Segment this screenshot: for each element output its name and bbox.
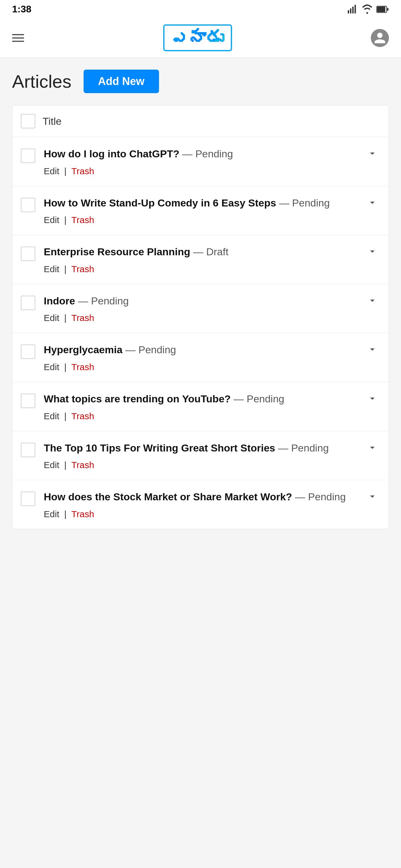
- article-content-6: What topics are trending on YouTube? — P…: [44, 392, 380, 421]
- wifi-icon: [362, 4, 373, 15]
- article-status-7: — Pending: [278, 442, 328, 454]
- signal-icon: [347, 4, 358, 15]
- svg-rect-6: [387, 8, 389, 10]
- article-checkbox-2[interactable]: [21, 198, 35, 212]
- article-dropdown-btn-4[interactable]: [365, 294, 380, 308]
- article-actions-4: Edit | Trash: [44, 313, 380, 323]
- article-checkbox-8[interactable]: [21, 492, 35, 506]
- article-actions-6: Edit | Trash: [44, 411, 380, 421]
- chevron-down-icon: [367, 393, 378, 404]
- edit-link-5[interactable]: Edit: [44, 362, 59, 372]
- article-content-3: Enterprise Resource Planning — Draft Edi…: [44, 245, 380, 274]
- article-actions-2: Edit | Trash: [44, 215, 380, 225]
- article-content-8: How does the Stock Market or Share Marke…: [44, 490, 380, 519]
- table-row: Indore — Pending Edit | Trash: [12, 284, 389, 333]
- trash-link-2[interactable]: Trash: [71, 215, 94, 225]
- trash-link-8[interactable]: Trash: [71, 509, 94, 519]
- table-row: What topics are trending on YouTube? — P…: [12, 382, 389, 431]
- table-row: The Top 10 Tips For Writing Great Short …: [12, 431, 389, 480]
- article-dropdown-btn-2[interactable]: [365, 196, 380, 210]
- table-row: How do I log into ChatGPT? — Pending Edi…: [12, 137, 389, 186]
- article-content-4: Indore — Pending Edit | Trash: [44, 294, 380, 323]
- article-dropdown-btn-8[interactable]: [365, 490, 380, 504]
- svg-rect-5: [377, 7, 385, 12]
- chevron-down-icon: [367, 442, 378, 453]
- edit-link-1[interactable]: Edit: [44, 166, 59, 176]
- article-dropdown-btn-1[interactable]: [365, 147, 380, 161]
- chevron-down-icon: [367, 246, 378, 257]
- trash-link-7[interactable]: Trash: [71, 460, 94, 470]
- article-content-7: The Top 10 Tips For Writing Great Short …: [44, 441, 380, 470]
- trash-link-5[interactable]: Trash: [71, 362, 94, 372]
- column-title-header: Title: [42, 116, 62, 127]
- status-icons: [347, 4, 389, 15]
- edit-link-2[interactable]: Edit: [44, 215, 59, 225]
- edit-link-8[interactable]: Edit: [44, 509, 59, 519]
- article-dropdown-btn-3[interactable]: [365, 245, 380, 259]
- menu-button[interactable]: [12, 34, 24, 42]
- select-all-checkbox[interactable]: [21, 114, 35, 128]
- chevron-down-icon: [367, 344, 378, 355]
- article-title-row-7: The Top 10 Tips For Writing Great Short …: [44, 441, 380, 456]
- article-status-6: — Pending: [233, 393, 284, 404]
- article-checkbox-3[interactable]: [21, 247, 35, 261]
- article-status-4: — Pending: [78, 295, 128, 307]
- article-status-2: — Pending: [279, 197, 330, 209]
- article-actions-8: Edit | Trash: [44, 509, 380, 519]
- article-title-row-8: How does the Stock Market or Share Marke…: [44, 490, 380, 504]
- trash-link-3[interactable]: Trash: [71, 264, 94, 274]
- article-title-4: Indore — Pending: [44, 294, 365, 308]
- article-status-1: — Pending: [182, 148, 233, 159]
- status-time: 1:38: [12, 4, 31, 15]
- svg-rect-0: [348, 10, 349, 13]
- article-checkbox-1[interactable]: [21, 149, 35, 163]
- logo-text: ఎనాడు: [163, 24, 232, 51]
- user-icon: [373, 31, 386, 44]
- trash-link-4[interactable]: Trash: [71, 313, 94, 323]
- article-title-7: The Top 10 Tips For Writing Great Short …: [44, 441, 365, 456]
- article-dropdown-btn-5[interactable]: [365, 343, 380, 357]
- add-new-button[interactable]: Add New: [84, 70, 159, 93]
- article-content-1: How do I log into ChatGPT? — Pending Edi…: [44, 147, 380, 176]
- edit-link-3[interactable]: Edit: [44, 264, 59, 274]
- svg-rect-2: [352, 7, 354, 13]
- trash-link-6[interactable]: Trash: [71, 411, 94, 421]
- table-row: Hyperglycaemia — Pending Edit | Trash: [12, 333, 389, 382]
- article-checkbox-6[interactable]: [21, 394, 35, 408]
- article-title-2: How to Write Stand-Up Comedy in 6 Easy S…: [44, 196, 365, 210]
- trash-link-1[interactable]: Trash: [71, 166, 94, 176]
- svg-rect-3: [354, 5, 356, 13]
- article-title-row-3: Enterprise Resource Planning — Draft: [44, 245, 380, 259]
- chevron-down-icon: [367, 148, 378, 159]
- article-dropdown-btn-6[interactable]: [365, 392, 380, 406]
- chevron-down-icon: [367, 197, 378, 208]
- article-title-row-1: How do I log into ChatGPT? — Pending: [44, 147, 380, 161]
- article-status-8: — Pending: [295, 491, 346, 502]
- status-bar: 1:38: [0, 0, 401, 19]
- chevron-down-icon: [367, 491, 378, 502]
- article-title-row-4: Indore — Pending: [44, 294, 380, 308]
- article-checkbox-7[interactable]: [21, 443, 35, 457]
- article-checkbox-5[interactable]: [21, 344, 35, 359]
- article-title-row-6: What topics are trending on YouTube? — P…: [44, 392, 380, 406]
- logo: ఎనాడు: [163, 24, 232, 51]
- article-checkbox-4[interactable]: [21, 296, 35, 310]
- page-header: Articles Add New: [12, 70, 389, 93]
- article-title-8: How does the Stock Market or Share Marke…: [44, 490, 365, 504]
- article-actions-7: Edit | Trash: [44, 460, 380, 470]
- article-dropdown-btn-7[interactable]: [365, 441, 380, 455]
- article-actions-3: Edit | Trash: [44, 264, 380, 274]
- avatar: [371, 29, 389, 47]
- battery-icon: [376, 4, 389, 15]
- article-actions-5: Edit | Trash: [44, 362, 380, 372]
- profile-button[interactable]: [371, 29, 389, 47]
- page-title: Articles: [12, 71, 71, 92]
- header: ఎనాడు: [0, 19, 401, 58]
- article-content-5: Hyperglycaemia — Pending Edit | Trash: [44, 343, 380, 372]
- edit-link-6[interactable]: Edit: [44, 411, 59, 421]
- article-title-row-2: How to Write Stand-Up Comedy in 6 Easy S…: [44, 196, 380, 210]
- article-title-1: How do I log into ChatGPT? — Pending: [44, 147, 365, 161]
- edit-link-4[interactable]: Edit: [44, 313, 59, 323]
- article-title-5: Hyperglycaemia — Pending: [44, 343, 365, 357]
- edit-link-7[interactable]: Edit: [44, 460, 59, 470]
